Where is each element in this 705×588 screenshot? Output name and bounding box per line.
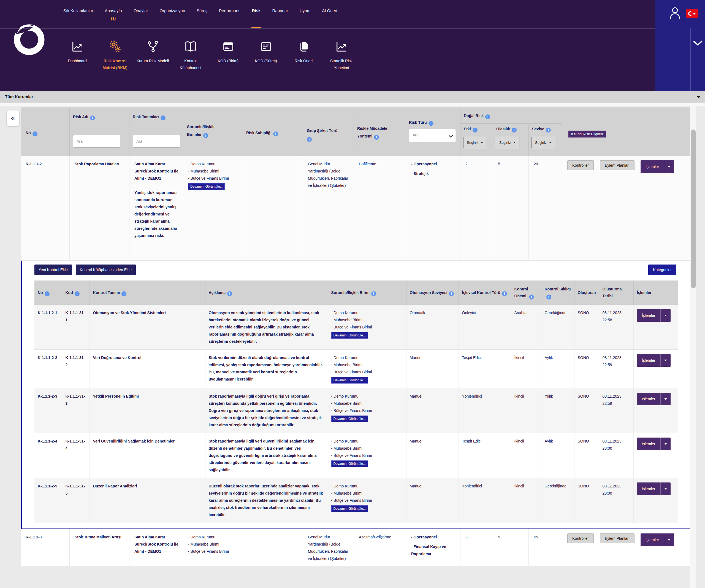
risk-adi-search-input[interactable] xyxy=(73,135,120,148)
islemler-split-button[interactable]: İşlemler xyxy=(637,354,670,367)
menu-label: KÖD (Süreç) xyxy=(255,57,277,64)
nav-item-organizasyon[interactable]: Organizasyon xyxy=(159,8,185,29)
menu-item-risk-oneri[interactable]: Risk Öneri xyxy=(285,29,323,72)
nav-item-uyum[interactable]: Uyum xyxy=(299,8,310,29)
info-icon[interactable] xyxy=(449,291,454,296)
kontrol-kutuphanesinden-ekle-button[interactable]: Kontrol Kütüphanesinden Ekle xyxy=(76,265,136,275)
nav-item-anasayfa[interactable]: Anasayfa (1) xyxy=(105,8,122,29)
info-icon[interactable] xyxy=(160,116,166,121)
devamini-goruntule-button[interactable]: Devamını Görüntüle... xyxy=(331,377,368,383)
risk-tanim-cell: Satın Alma Karar Süreci(Stok Kontrolü İl… xyxy=(130,529,183,566)
risk-turu-filter-select[interactable]: Ara xyxy=(409,129,456,142)
info-icon[interactable] xyxy=(473,128,477,133)
islemler-split-button[interactable]: İşlemler xyxy=(637,309,670,322)
etki-filter-dropdown[interactable]: Seçiniz xyxy=(463,137,487,148)
column-label: Olasılık xyxy=(496,127,510,131)
eylem-planlari-button[interactable]: Eylem Planları xyxy=(600,161,634,170)
kontroller-button[interactable]: Kontroller xyxy=(567,161,594,170)
nav-item-performans[interactable]: Performans xyxy=(219,8,240,29)
column-label: Doğal Risk xyxy=(464,114,483,118)
islemler-split-button[interactable]: İşlemler xyxy=(637,483,670,495)
col-kontrol-sikligi: Kontrol Sıklığı xyxy=(541,280,574,305)
caret-down-icon[interactable] xyxy=(660,309,670,322)
info-icon[interactable] xyxy=(547,295,551,300)
olasilik-filter-dropdown[interactable]: Seçiniz xyxy=(496,137,519,148)
menu-item-risk-kontrol-matrisi[interactable]: Risk Kontrol Matrisi (RKM) xyxy=(96,29,134,72)
risk-tanimlari-search-input[interactable] xyxy=(133,135,180,148)
info-icon[interactable] xyxy=(203,133,208,138)
column-label: Birimler xyxy=(187,132,201,137)
line-chart-icon xyxy=(335,40,348,53)
devamini-goruntule-button[interactable]: Devamını Görüntüle... xyxy=(331,460,368,467)
yeni-kontrol-ekle-button[interactable]: Yeni Kontrol Ekle xyxy=(35,265,72,275)
vertical-scrollbar-thumb[interactable] xyxy=(691,130,696,288)
caret-down-icon[interactable] xyxy=(664,534,674,546)
info-icon[interactable] xyxy=(273,131,278,136)
devamini-goruntule-button[interactable]: Devamını Görüntüle... xyxy=(331,415,368,422)
dropdown-label: Seçiniz xyxy=(467,140,478,145)
control-tanim-cell: Otomasyon ve Stok Yönetimi Sistemleri xyxy=(90,305,205,350)
info-icon[interactable] xyxy=(75,291,80,296)
nav-item-risk[interactable]: Risk xyxy=(252,8,261,29)
menu-item-stratejik-risk-yonetimi[interactable]: Stratejik Risk Yönetimi xyxy=(323,29,360,72)
kategoriler-button[interactable]: Kategoriler xyxy=(648,265,676,275)
caret-down-icon[interactable] xyxy=(664,161,674,173)
menu-item-dashboard[interactable]: Dashboard xyxy=(58,29,96,72)
organization-selector-bar[interactable]: Tüm Kurumlar xyxy=(0,91,705,102)
menu-item-kod-birim[interactable]: KÖD (Birim) xyxy=(209,29,247,72)
info-icon[interactable] xyxy=(529,295,534,300)
caret-down-icon[interactable] xyxy=(660,393,670,405)
info-icon[interactable] xyxy=(374,135,379,140)
eylem-planlari-button[interactable]: Eylem Planları xyxy=(600,534,634,543)
nav-item-ai-oneri[interactable]: AI Öneri xyxy=(322,8,337,29)
risk-turu-item: - Stratejik xyxy=(411,170,456,177)
menu-item-kurum-risk-modeli[interactable]: Kurum Risk Modeli xyxy=(134,29,172,72)
info-icon[interactable] xyxy=(428,121,433,126)
caret-down-icon[interactable] xyxy=(660,354,670,367)
info-icon[interactable] xyxy=(122,291,127,296)
chevron-down-icon[interactable] xyxy=(693,40,703,47)
vertical-scrollbar-track[interactable] xyxy=(690,106,696,588)
info-icon[interactable] xyxy=(90,116,95,121)
devamini-goruntule-button[interactable]: Devamını Görüntüle... xyxy=(331,505,368,512)
control-tanim-cell: Veri Doğrulama ve Kontrol xyxy=(90,350,205,388)
info-icon[interactable] xyxy=(371,291,376,296)
info-icon[interactable] xyxy=(502,291,507,296)
siklik-cell: Gerektiğinde xyxy=(541,478,574,523)
islemler-split-button[interactable]: İşlemler xyxy=(637,393,670,405)
info-icon[interactable] xyxy=(45,291,50,296)
info-icon[interactable] xyxy=(33,131,38,136)
caret-down-icon[interactable] xyxy=(660,438,670,450)
islemler-split-button[interactable]: İşlemler xyxy=(637,438,670,450)
info-icon[interactable] xyxy=(227,291,232,296)
devamini-goruntule-button[interactable]: Devamını Görüntüle... xyxy=(188,183,225,190)
info-icon[interactable] xyxy=(485,115,490,119)
collapse-sidebar-button[interactable] xyxy=(7,110,19,126)
birim-item: - Demo Kurumu xyxy=(331,438,403,445)
info-icon[interactable] xyxy=(307,137,312,142)
islevsel-cell: Tespit Edici xyxy=(459,433,511,478)
islemler-split-button[interactable]: İşlemler xyxy=(641,534,674,546)
control-kod-cell: K-1.1.1-31-4 xyxy=(62,433,90,478)
seviye-filter-dropdown[interactable]: Seçiniz xyxy=(531,137,555,148)
otomasyon-cell: Manuel xyxy=(406,350,459,388)
nav-item-surec[interactable]: Süreç xyxy=(197,8,207,29)
caret-down-icon[interactable] xyxy=(697,96,701,98)
control-actions-cell: İşlemler xyxy=(633,478,678,523)
menu-item-kontrol-kutuphanesi[interactable]: Kontrol Kütüphanesi xyxy=(172,29,209,72)
info-icon[interactable] xyxy=(512,128,517,133)
caret-down-icon[interactable] xyxy=(660,483,670,495)
birim-item: - Muhasebe Birimi xyxy=(331,445,403,452)
info-icon[interactable] xyxy=(546,128,551,133)
nav-item-onaylar[interactable]: Onaylar xyxy=(134,8,148,29)
devamini-goruntule-button[interactable]: Devamını Görüntüle... xyxy=(331,332,368,338)
column-risk-sahipligi: Risk Sahipliği xyxy=(242,107,303,156)
nav-item-raporlar[interactable]: Raporlar xyxy=(272,8,288,29)
turkish-flag-icon[interactable]: ★ xyxy=(686,9,698,19)
user-profile-icon[interactable] xyxy=(669,7,681,20)
kontroller-button[interactable]: Kontroller xyxy=(567,534,594,543)
nav-item-sik-kullanilanlar[interactable]: Sık Kullanılanlar xyxy=(63,8,93,29)
control-tanim-cell: Yetkili Personelin Eğitimi xyxy=(90,388,205,433)
menu-item-kod-surec[interactable]: KÖD (Süreç) xyxy=(247,29,285,72)
islemler-split-button[interactable]: İşlemler xyxy=(641,161,674,173)
